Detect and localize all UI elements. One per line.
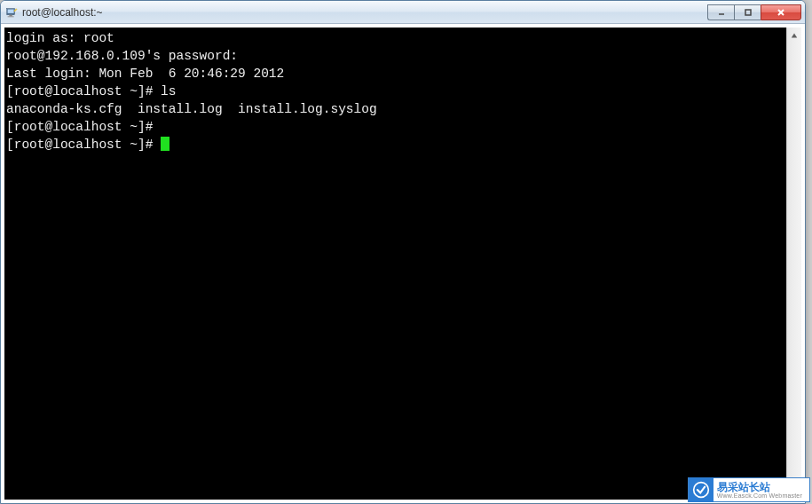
terminal-output[interactable]: login as: rootroot@192.168.0.109's passw… bbox=[4, 28, 786, 500]
terminal-window: root@localhost:~ login as: rootroot@192.… bbox=[0, 0, 806, 504]
terminal-line: login as: root bbox=[6, 29, 784, 47]
titlebar[interactable]: root@localhost:~ bbox=[1, 1, 805, 24]
svg-rect-3 bbox=[8, 16, 14, 17]
window-title: root@localhost:~ bbox=[22, 6, 707, 19]
scroll-up-button[interactable] bbox=[787, 28, 801, 43]
terminal-line: [root@localhost ~]# bbox=[6, 136, 784, 154]
minimize-button[interactable] bbox=[707, 4, 734, 20]
terminal-line: anaconda-ks.cfg install.log install.log.… bbox=[6, 100, 784, 118]
svg-point-8 bbox=[693, 483, 708, 498]
close-button[interactable] bbox=[761, 4, 801, 20]
watermark-main-label: 易采站长站 bbox=[717, 482, 802, 492]
putty-icon bbox=[4, 5, 19, 20]
terminal-line: root@192.168.0.109's password: bbox=[6, 47, 784, 65]
terminal-line: [root@localhost ~]# ls bbox=[6, 83, 784, 100]
watermark-logo-icon bbox=[689, 477, 713, 502]
watermark-badge: 易采站长站 Www.Easck.Com Webmaster bbox=[688, 477, 810, 502]
client-area: login as: rootroot@192.168.0.109's passw… bbox=[1, 24, 805, 503]
maximize-button[interactable] bbox=[734, 4, 761, 20]
vertical-scrollbar[interactable] bbox=[786, 28, 801, 500]
watermark-sub-label: Www.Easck.Com Webmaster bbox=[717, 492, 802, 499]
svg-rect-5 bbox=[745, 10, 751, 15]
svg-rect-1 bbox=[8, 9, 14, 12]
terminal-cursor bbox=[161, 137, 169, 151]
watermark-text: 易采站长站 Www.Easck.Com Webmaster bbox=[713, 482, 806, 499]
terminal-line: Last login: Mon Feb 6 20:46:29 2012 bbox=[6, 65, 784, 83]
window-controls bbox=[707, 4, 801, 20]
terminal-line: [root@localhost ~]# bbox=[6, 118, 784, 136]
svg-rect-2 bbox=[9, 14, 12, 16]
